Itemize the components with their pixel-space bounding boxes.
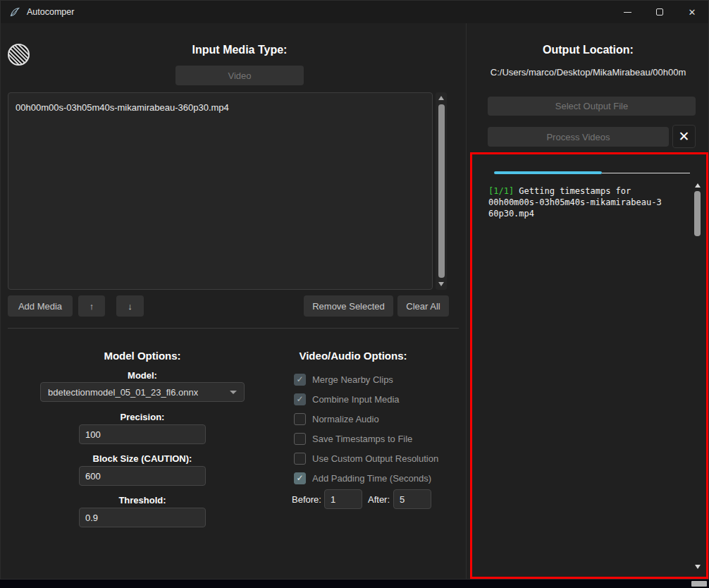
progress-track <box>602 173 690 173</box>
after-input[interactable] <box>393 489 431 509</box>
scroll-down-icon[interactable] <box>695 565 701 569</box>
cancel-process-button[interactable]: ✕ <box>672 125 696 148</box>
app-feather-icon <box>9 6 20 18</box>
checkbox-icon <box>294 472 306 484</box>
console-line: [1/1] Getting timestamps for <box>488 185 686 197</box>
model-label: Model: <box>1 370 284 381</box>
checkbox-label: Merge Nearby Clips <box>312 374 393 385</box>
checkbox-icon <box>294 374 306 386</box>
progress-fill <box>494 171 602 174</box>
checkbox-label: Use Custom Output Resolution <box>312 453 438 464</box>
output-path: C:/Users/marco/Desktop/MikaMirabeau/00h0… <box>468 67 708 78</box>
checkbox-label: Combine Input Media <box>312 394 400 405</box>
threshold-input[interactable] <box>79 508 206 527</box>
checkbox-normalize-audio[interactable]: Normalize Audio <box>294 412 379 426</box>
taskbar <box>0 580 709 588</box>
horizontal-divider <box>8 328 459 329</box>
model-select-value: bdetectionmodel_05_01_23_fl6.onnx <box>48 387 198 398</box>
checkbox-icon <box>294 393 306 405</box>
checkbox-save-timestamps[interactable]: Save Timestamps to File <box>294 431 412 446</box>
scrollbar-thumb[interactable] <box>438 104 445 278</box>
minimize-button[interactable] <box>611 1 643 23</box>
checkbox-custom-output-resolution[interactable]: Use Custom Output Resolution <box>294 451 438 465</box>
console-scrollbar[interactable] <box>692 180 703 572</box>
select-output-file-button[interactable]: Select Output File <box>488 97 696 116</box>
av-options-heading: Video/Audio Options: <box>247 350 459 362</box>
progress-bar <box>494 171 690 174</box>
annotation-highlight-rect: [1/1] Getting timestamps for 00h00m00s-0… <box>470 152 708 579</box>
media-type-video-button[interactable]: Video <box>175 66 304 85</box>
model-options-heading: Model Options: <box>1 350 284 362</box>
checkbox-icon <box>294 453 306 465</box>
console-progress-badge: [1/1] <box>488 186 514 196</box>
console-line: 60p30.mp4 <box>488 208 686 219</box>
screen: Autocomper ✕ Input Media Type: Video 00h… <box>0 0 709 588</box>
chevron-down-icon <box>230 391 237 394</box>
maximize-button[interactable] <box>643 1 676 23</box>
titlebar: Autocomper ✕ <box>1 1 708 23</box>
process-videos-button[interactable]: Process Videos <box>488 127 669 147</box>
scrollbar-thumb[interactable] <box>694 191 701 236</box>
console-text: Getting timestamps for <box>514 186 631 196</box>
precision-label: Precision: <box>1 412 284 422</box>
add-media-button[interactable]: Add Media <box>8 295 73 317</box>
minimize-icon <box>624 12 631 13</box>
checkbox-label: Add Padding Time (Seconds) <box>312 473 431 484</box>
close-icon: ✕ <box>689 8 696 17</box>
after-label: After: <box>368 494 390 505</box>
media-file-list[interactable]: 00h00m00s-03h05m40s-mikamirabeau-360p30.… <box>8 92 433 290</box>
window-title: Autocomper <box>27 7 74 17</box>
checkbox-label: Normalize Audio <box>312 414 379 424</box>
checkbox-combine-input-media[interactable]: Combine Input Media <box>294 392 400 406</box>
move-down-button[interactable]: ↓ <box>116 295 144 317</box>
scroll-down-icon[interactable] <box>438 282 444 286</box>
precision-input[interactable] <box>79 424 206 444</box>
media-list-scrollbar[interactable] <box>436 92 447 290</box>
output-location-heading: Output Location: <box>467 44 709 56</box>
console-log: [1/1] Getting timestamps for 00h00m00s-0… <box>488 185 686 219</box>
before-label: Before: <box>292 494 321 505</box>
clear-all-button[interactable]: Clear All <box>397 295 449 317</box>
list-item[interactable]: 00h00m00s-03h05m40s-mikamirabeau-360p30.… <box>16 102 425 113</box>
model-select[interactable]: bdetectionmodel_05_01_23_fl6.onnx <box>40 382 245 402</box>
threshold-label: Threshold: <box>1 495 284 506</box>
move-up-button[interactable]: ↑ <box>78 295 105 317</box>
close-button[interactable]: ✕ <box>676 1 708 23</box>
before-input[interactable] <box>324 489 362 509</box>
checkbox-add-padding-time[interactable]: Add Padding Time (Seconds) <box>294 471 431 485</box>
checkbox-label: Save Timestamps to File <box>312 434 412 444</box>
checkbox-icon <box>294 433 306 445</box>
remove-selected-button[interactable]: Remove Selected <box>304 295 393 317</box>
window-controls: ✕ <box>611 1 708 23</box>
block-size-input[interactable] <box>79 466 206 486</box>
app-window: Autocomper ✕ Input Media Type: Video 00h… <box>0 0 709 580</box>
checkbox-merge-nearby-clips[interactable]: Merge Nearby Clips <box>294 372 393 386</box>
taskbar-tray-item[interactable] <box>691 581 707 587</box>
input-media-type-heading: Input Media Type: <box>7 44 472 56</box>
checkbox-icon <box>294 413 306 425</box>
console-line: 00h00m00s-03h05m40s-mikamirabeau-3 <box>488 197 686 208</box>
scroll-up-icon[interactable] <box>695 183 701 188</box>
close-icon: ✕ <box>679 129 690 144</box>
block-size-label: Block Size (CAUTION): <box>1 453 284 464</box>
maximize-icon <box>656 8 663 16</box>
scroll-up-icon[interactable] <box>438 96 444 100</box>
vertical-divider <box>466 23 467 580</box>
